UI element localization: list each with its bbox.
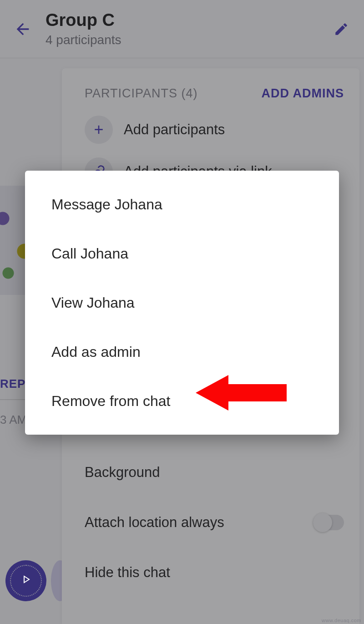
participant-context-menu: Message Johana Call Johana View Johana A…	[25, 171, 339, 435]
watermark: www.deuaq.com	[322, 618, 361, 623]
menu-call[interactable]: Call Johana	[25, 229, 339, 278]
menu-remove-from-chat[interactable]: Remove from chat	[25, 376, 339, 426]
menu-message[interactable]: Message Johana	[25, 180, 339, 229]
menu-view[interactable]: View Johana	[25, 278, 339, 327]
play-icon	[20, 574, 31, 588]
menu-add-admin[interactable]: Add as admin	[25, 327, 339, 376]
